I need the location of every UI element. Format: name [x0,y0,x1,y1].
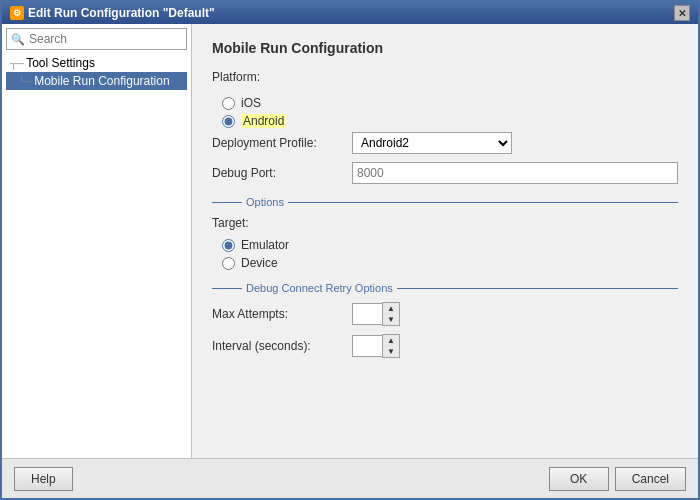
emulator-radio[interactable] [222,239,235,252]
dialog-title: Edit Run Configuration "Default" [28,6,215,20]
platform-radio-group: iOS Android [212,96,678,128]
android-radio[interactable] [222,115,235,128]
emulator-radio-row: Emulator [222,238,678,252]
cancel-button[interactable]: Cancel [615,467,686,491]
close-button[interactable]: ✕ [674,5,690,21]
device-label[interactable]: Device [241,256,278,270]
tree-connector-2: └─ [18,76,32,87]
interval-row: Interval (seconds): 5 ▲ ▼ [212,334,678,358]
target-row: Target: [212,216,678,230]
interval-down-button[interactable]: ▼ [383,346,399,357]
ios-label[interactable]: iOS [241,96,261,110]
dialog-footer: Help OK Cancel [2,458,698,498]
interval-up-button[interactable]: ▲ [383,335,399,346]
dialog-body: 🔍 ┬─ Tool Settings └─ Mobile Run Configu… [2,24,698,458]
deployment-profile-label: Deployment Profile: [212,136,352,150]
ios-radio[interactable] [222,97,235,110]
target-radio-group: Emulator Device [212,238,678,270]
deployment-profile-row: Deployment Profile: Android2 Android1 De… [212,132,678,154]
device-radio-row: Device [222,256,678,270]
debug-port-input[interactable] [352,162,678,184]
options-section: Options Target: Emulator Device [212,196,678,270]
max-attempts-up-button[interactable]: ▲ [383,303,399,314]
sidebar: 🔍 ┬─ Tool Settings └─ Mobile Run Configu… [2,24,192,458]
search-icon: 🔍 [11,33,25,46]
debug-port-label: Debug Port: [212,166,352,180]
max-attempts-input[interactable]: 5 [352,303,382,325]
interval-label: Interval (seconds): [212,339,352,353]
interval-spinner-buttons: ▲ ▼ [382,334,400,358]
search-input[interactable] [29,32,182,46]
debug-connect-label-text: Debug Connect Retry Options [246,282,393,294]
footer-left: Help [14,467,73,491]
footer-right: OK Cancel [549,467,686,491]
device-radio[interactable] [222,257,235,270]
deployment-profile-select[interactable]: Android2 Android1 Default [352,132,512,154]
max-attempts-row: Max Attempts: 5 ▲ ▼ [212,302,678,326]
interval-input[interactable]: 5 [352,335,382,357]
emulator-label[interactable]: Emulator [241,238,289,252]
target-label: Target: [212,216,352,230]
help-button[interactable]: Help [14,467,73,491]
title-bar: ⚙ Edit Run Configuration "Default" ✕ [2,2,698,24]
search-box: 🔍 [6,28,187,50]
max-attempts-label: Max Attempts: [212,307,352,321]
debug-port-row: Debug Port: [212,162,678,184]
android-label[interactable]: Android [241,114,286,128]
interval-spinner: 5 ▲ ▼ [352,334,400,358]
android-radio-row: Android [222,114,678,128]
sidebar-item-tool-settings[interactable]: ┬─ Tool Settings [6,54,187,72]
title-bar-left: ⚙ Edit Run Configuration "Default" [10,6,215,20]
platform-row: Platform: [212,70,678,88]
dialog-container: ⚙ Edit Run Configuration "Default" ✕ 🔍 ┬… [0,0,700,500]
content-panel: Mobile Run Configuration Platform: iOS A… [192,24,698,458]
max-attempts-down-button[interactable]: ▼ [383,314,399,325]
sidebar-item-mobile-run-config[interactable]: └─ Mobile Run Configuration [6,72,187,90]
platform-label: Platform: [212,70,260,84]
ios-radio-row: iOS [222,96,678,110]
panel-title: Mobile Run Configuration [212,40,678,56]
max-attempts-spinner-buttons: ▲ ▼ [382,302,400,326]
debug-connect-section: Debug Connect Retry Options Max Attempts… [212,282,678,358]
ok-button[interactable]: OK [549,467,609,491]
tree-connector: ┬─ [10,58,24,69]
sidebar-item-label-mobile-run-config: Mobile Run Configuration [34,74,169,88]
options-label-text: Options [246,196,284,208]
debug-connect-section-label: Debug Connect Retry Options [212,282,678,294]
max-attempts-spinner: 5 ▲ ▼ [352,302,400,326]
sidebar-item-label-tool-settings: Tool Settings [26,56,95,70]
options-section-label: Options [212,196,678,208]
dialog-icon: ⚙ [10,6,24,20]
